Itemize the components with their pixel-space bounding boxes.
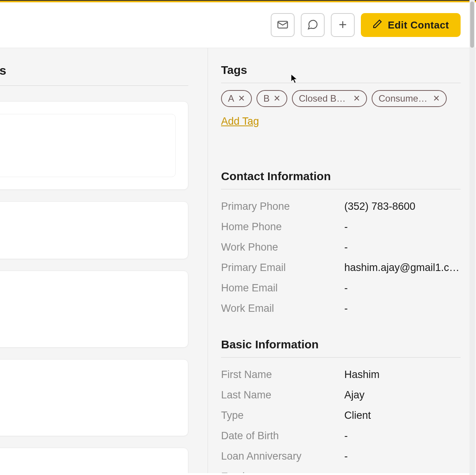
list-card[interactable] — [0, 201, 188, 259]
detail-column: Tags A ✕ B ✕ Closed Borr… ✕ Consumer … ✕ — [208, 48, 476, 473]
info-value: - — [344, 282, 461, 294]
list-card[interactable] — [0, 101, 188, 190]
info-label: Work Email — [221, 303, 344, 314]
tag-label: Closed Borr… — [299, 93, 349, 104]
info-label: Date of Birth — [221, 430, 344, 442]
contact-info-title: Contact Information — [221, 170, 461, 183]
edit-contact-button[interactable]: Edit Contact — [361, 13, 461, 37]
info-label: Home Email — [221, 282, 344, 294]
info-value: Client — [344, 410, 461, 421]
list-card[interactable] — [0, 271, 188, 348]
tag-chip[interactable]: Closed Borr… ✕ — [292, 90, 367, 107]
tag-label: Consumer … — [379, 93, 429, 104]
contact-info-section: Contact Information Primary Phone (352) … — [221, 170, 461, 319]
info-value: Ajay — [344, 389, 461, 401]
pencil-icon — [372, 19, 382, 32]
info-value: (352) 783-8600 — [344, 201, 461, 212]
tag-chip[interactable]: Consumer … ✕ — [372, 90, 447, 107]
info-row: Work Email - — [221, 298, 461, 319]
tag-chip[interactable]: A ✕ — [221, 90, 252, 107]
list-card-inner — [0, 114, 176, 177]
contact-info-divider — [221, 189, 461, 189]
close-icon[interactable]: ✕ — [273, 94, 280, 103]
info-value: hashim.ajay@gmail1.co… — [344, 262, 461, 274]
add-button[interactable] — [331, 13, 355, 37]
tags-divider — [221, 83, 461, 83]
info-row: Employer — [221, 467, 461, 473]
info-value: Hashim — [344, 369, 461, 381]
info-row: Home Email - — [221, 278, 461, 298]
info-row: Home Phone - — [221, 217, 461, 237]
info-value: - — [344, 241, 461, 253]
tag-label: B — [263, 93, 270, 104]
info-row: Type Client — [221, 405, 461, 426]
info-value: - — [344, 430, 461, 442]
tags-title: Tags — [221, 64, 461, 77]
plus-icon — [337, 19, 349, 32]
close-icon[interactable]: ✕ — [433, 94, 440, 103]
add-tag-link[interactable]: Add Tag — [221, 115, 259, 127]
edit-contact-label: Edit Contact — [388, 19, 449, 31]
close-icon[interactable]: ✕ — [353, 94, 360, 103]
list-card[interactable] — [0, 448, 188, 473]
main-area: cts Tags A ✕ B ✕ Closed Borr… — [0, 48, 476, 473]
info-row: Loan Anniversary - — [221, 446, 461, 467]
left-divider — [0, 85, 188, 86]
basic-info-section: Basic Information First Name Hashim Last… — [221, 338, 461, 473]
info-row: Primary Phone (352) 783-8600 — [221, 196, 461, 217]
tags-section: Tags A ✕ B ✕ Closed Borr… ✕ Consumer … ✕ — [221, 64, 461, 151]
info-label: Primary Phone — [221, 201, 344, 212]
info-row: Last Name Ajay — [221, 385, 461, 405]
info-row: Date of Birth - — [221, 426, 461, 446]
info-label: Work Phone — [221, 241, 344, 253]
info-row: First Name Hashim — [221, 365, 461, 385]
info-label: First Name — [221, 369, 344, 381]
chat-bubble-icon — [307, 19, 318, 32]
envelope-icon — [277, 19, 288, 32]
info-label: Type — [221, 410, 344, 421]
info-value: - — [344, 303, 461, 314]
left-column: cts — [0, 48, 208, 473]
basic-info-title: Basic Information — [221, 338, 461, 351]
scrollbar-thumb[interactable] — [470, 2, 474, 48]
info-value: - — [344, 450, 461, 462]
info-label: Last Name — [221, 389, 344, 401]
info-label: Home Phone — [221, 221, 344, 233]
email-button[interactable] — [271, 13, 295, 37]
tag-label: A — [228, 93, 234, 104]
basic-info-divider — [221, 357, 461, 358]
tags-row: A ✕ B ✕ Closed Borr… ✕ Consumer … ✕ — [221, 90, 461, 107]
tag-chip[interactable]: B ✕ — [256, 90, 287, 107]
left-title-partial: cts — [0, 64, 188, 78]
info-label: Primary Email — [221, 262, 344, 274]
window-top-border — [0, 0, 476, 1]
info-row: Primary Email hashim.ajay@gmail1.co… — [221, 258, 461, 278]
vertical-scrollbar[interactable] — [469, 0, 475, 475]
info-row: Work Phone - — [221, 237, 461, 258]
info-value: - — [344, 221, 461, 233]
list-card[interactable] — [0, 359, 188, 436]
close-icon[interactable]: ✕ — [238, 94, 245, 103]
info-label: Loan Anniversary — [221, 450, 344, 462]
info-label: Employer — [221, 471, 344, 473]
chat-button[interactable] — [301, 13, 325, 37]
header-toolbar: Edit Contact — [0, 2, 476, 48]
info-value — [344, 471, 461, 473]
